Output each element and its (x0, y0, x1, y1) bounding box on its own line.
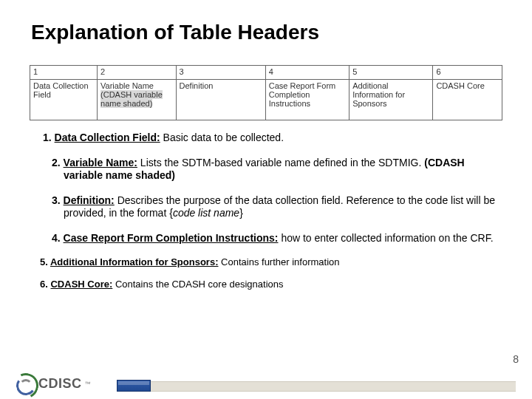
table-number-row: 1 2 3 4 5 6 (30, 66, 502, 80)
col-label-4: Case Report Form Completion Instructions (265, 80, 349, 120)
header-table: 1 2 3 4 5 6 Data Collection Field Variab… (30, 65, 502, 120)
col-num-3: 3 (176, 66, 265, 80)
col-label-2-main: Variable Name (100, 81, 154, 90)
footer-bar-fill (117, 380, 151, 392)
cdisc-logo: CDISC™ (12, 369, 115, 398)
footer: CDISC™ (0, 366, 532, 399)
item-5: 5. Additional Information for Sponsors: … (40, 256, 502, 268)
cdisc-logo-icon (12, 372, 35, 395)
col-num-6: 6 (433, 66, 502, 80)
col-label-2: Variable Name (CDASH variable name shade… (98, 80, 177, 120)
item-3-head: Definition: (64, 194, 115, 206)
item-6-head: CDASH Core: (50, 279, 112, 290)
item-5-head: Additional Information for Sponsors: (50, 256, 219, 267)
slide-title: Explanation of Table Headers (31, 21, 319, 44)
slide: Explanation of Table Headers 1 2 3 4 5 6… (0, 0, 532, 399)
item-6-body: Contains the CDASH core designations (112, 279, 283, 290)
col-label-5: Additional Information for Sponsors (349, 80, 433, 120)
col-label-2-shaded: (CDASH variable name shaded) (100, 90, 163, 108)
item-3-body-c: } (239, 207, 243, 219)
item-3-body-b: code list name (173, 207, 239, 219)
items-list: 1. Data Collection Field: Basic data to … (40, 132, 502, 291)
col-label-3: Definition (176, 80, 265, 120)
item-5-num: 5. (40, 256, 50, 267)
table-label-row: Data Collection Field Variable Name (CDA… (30, 80, 502, 120)
cdisc-logo-tm: ™ (85, 381, 91, 387)
col-num-5: 5 (349, 66, 433, 80)
col-num-2: 2 (98, 66, 177, 80)
item-6: 6. CDASH Core: Contains the CDASH core d… (40, 279, 502, 290)
col-label-6: CDASH Core (433, 80, 502, 120)
item-2-num: 2. (52, 157, 64, 168)
item-1-head: Data Collection Field: (55, 132, 160, 143)
item-2-head: Variable Name: (64, 157, 137, 168)
item-4: 4. Case Report Form Completion Instructi… (40, 232, 502, 245)
cdisc-logo-text: CDISC (38, 376, 82, 392)
item-1: 1. Data Collection Field: Basic data to … (40, 132, 502, 145)
page-number: 8 (513, 353, 519, 365)
item-4-num: 4. (52, 232, 64, 244)
col-label-1: Data Collection Field (30, 80, 98, 120)
item-1-body: Basic data to be collected. (160, 132, 284, 143)
item-3-body-a: Describes the purpose of the data collec… (64, 194, 495, 219)
item-2: 2. Variable Name: Lists the SDTM-based v… (40, 157, 502, 183)
item-4-body: how to enter collected information on th… (279, 232, 494, 244)
item-3-num: 3. (52, 194, 64, 206)
item-5-body: Contains further information (218, 256, 339, 267)
item-2-body-a: Lists the SDTM-based variable name defin… (137, 157, 424, 168)
item-3: 3. Definition: Describes the purpose of … (40, 194, 502, 220)
col-num-1: 1 (30, 66, 98, 80)
col-num-4: 4 (265, 66, 349, 80)
item-4-head: Case Report Form Completion Instructions… (64, 232, 279, 244)
item-1-num: 1. (43, 132, 55, 143)
footer-bar (117, 378, 516, 395)
footer-bar-track (117, 381, 516, 392)
item-6-num: 6. (40, 279, 50, 290)
